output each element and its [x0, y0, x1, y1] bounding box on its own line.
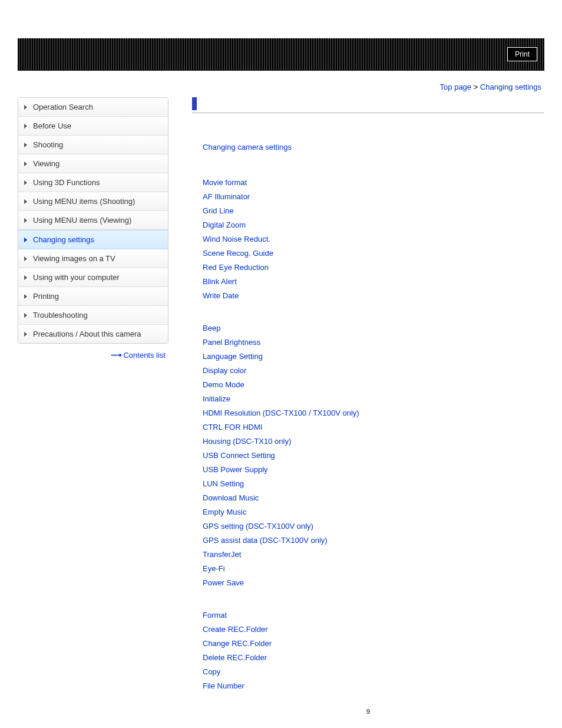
sidebar-item-label: Using MENU items (Shooting): [33, 197, 135, 206]
chevron-right-icon: [24, 294, 27, 299]
content-link[interactable]: Scene Recog. Guide: [203, 249, 544, 258]
sidebar-item-label: Viewing images on a TV: [33, 254, 115, 263]
breadcrumb-current-link[interactable]: Changing settings: [480, 83, 541, 91]
content-link[interactable]: File Number: [203, 681, 544, 690]
sidebar-item[interactable]: Changing settings: [18, 230, 168, 249]
content-link[interactable]: Housing (DSC-TX10 only): [203, 437, 544, 446]
page-title-row: [192, 97, 544, 113]
content-link[interactable]: Power Save: [203, 578, 544, 587]
sidebar-item-label: Using 3D Functions: [33, 178, 100, 187]
sidebar-item[interactable]: Using MENU items (Shooting): [18, 192, 168, 211]
content-link[interactable]: Language Setting: [203, 352, 544, 361]
sidebar-item[interactable]: Troubleshooting: [18, 306, 168, 325]
contents-list-link[interactable]: Contents list: [123, 351, 166, 360]
content-link[interactable]: AF Illuminator: [203, 192, 544, 201]
content-link[interactable]: Delete REC.Folder: [203, 653, 544, 662]
content-link[interactable]: Demo Mode: [203, 380, 544, 389]
content-link[interactable]: Create REC.Folder: [203, 625, 544, 634]
sidebar-item[interactable]: Viewing images on a TV: [18, 249, 168, 268]
sidebar-item-label: Changing settings: [33, 235, 94, 244]
sidebar-item[interactable]: Printing: [18, 287, 168, 306]
content-link[interactable]: USB Power Supply: [203, 465, 544, 474]
chevron-right-icon: [24, 162, 27, 166]
top-banner: [0, 0, 562, 38]
content-link[interactable]: Change REC.Folder: [203, 639, 544, 648]
chevron-right-icon: [24, 256, 27, 261]
main-content: Changing camera settings Movie formatAF …: [168, 97, 544, 715]
content-link[interactable]: LUN Setting: [203, 479, 544, 488]
header-stripe: Print: [18, 38, 544, 71]
content-link[interactable]: Grid Line: [203, 206, 544, 215]
content-link[interactable]: Blink Alert: [203, 277, 544, 286]
title-marker-icon: [192, 97, 197, 110]
chevron-right-icon: [24, 180, 27, 185]
content-link[interactable]: Copy: [203, 667, 544, 676]
nav-list: Operation SearchBefore UseShootingViewin…: [18, 97, 168, 344]
content-link[interactable]: Write Date: [203, 291, 544, 300]
content-link[interactable]: Digital Zoom: [203, 220, 544, 229]
sidebar-item[interactable]: Viewing: [18, 154, 168, 173]
sidebar-item-label: Troubleshooting: [33, 311, 88, 319]
content-link[interactable]: GPS setting (DSC-TX100V only): [203, 522, 544, 531]
sidebar-item[interactable]: Shooting: [18, 136, 168, 154]
sidebar-item-label: Before Use: [33, 121, 71, 130]
content-link[interactable]: Initialize: [203, 394, 544, 403]
sidebar-item-label: Using with your computer: [33, 273, 120, 282]
chevron-right-icon: [24, 275, 27, 280]
chevron-right-icon: [24, 218, 27, 223]
content-link[interactable]: CTRL FOR HDMI: [203, 423, 544, 431]
sidebar-item[interactable]: Using MENU items (Viewing): [18, 211, 168, 230]
link-group-2: BeepPanel BrightnessLanguage SettingDisp…: [203, 324, 544, 587]
arrow-right-icon: ⟶: [111, 351, 121, 360]
content-link[interactable]: Panel Brightness: [203, 338, 544, 347]
sidebar-item[interactable]: Using with your computer: [18, 268, 168, 287]
sidebar-item-label: Precautions / About this camera: [33, 330, 141, 338]
content-link[interactable]: GPS assist data (DSC-TX100V only): [203, 536, 544, 545]
sidebar-item[interactable]: Using 3D Functions: [18, 173, 168, 192]
content-link[interactable]: TransferJet: [203, 550, 544, 559]
breadcrumb-top-link[interactable]: Top page: [440, 83, 472, 91]
section-heading-link[interactable]: Changing camera settings: [203, 143, 544, 151]
content-link[interactable]: Download Music: [203, 493, 544, 502]
chevron-right-icon: [24, 105, 27, 110]
content-link[interactable]: Empty Music: [203, 508, 544, 516]
link-group-1: Movie formatAF IlluminatorGrid LineDigit…: [203, 178, 544, 300]
contents-list-row: ⟶Contents list: [18, 344, 168, 360]
content-link[interactable]: Format: [203, 611, 544, 620]
content-link[interactable]: Wind Noise Reduct.: [203, 235, 544, 243]
sidebar-item-label: Printing: [33, 292, 59, 301]
content-link[interactable]: USB Connect Setting: [203, 451, 544, 460]
sidebar-item[interactable]: Operation Search: [18, 98, 168, 117]
breadcrumb: Top page > Changing settings: [0, 71, 562, 97]
sidebar-item-label: Viewing: [33, 159, 59, 168]
content-link[interactable]: Display color: [203, 366, 544, 375]
content-link[interactable]: Beep: [203, 324, 544, 332]
content-link[interactable]: Movie format: [203, 178, 544, 187]
content-link[interactable]: Red Eye Reduction: [203, 263, 544, 272]
breadcrumb-sep: >: [474, 83, 478, 91]
print-button[interactable]: Print: [507, 47, 537, 61]
content-link[interactable]: HDMI Resolution (DSC-TX100 / TX100V only…: [203, 409, 544, 417]
chevron-right-icon: [24, 238, 27, 242]
sidebar-item-label: Shooting: [33, 140, 63, 149]
sidebar-item-label: Using MENU items (Viewing): [33, 216, 131, 225]
page-number: 9: [192, 708, 544, 715]
content-link[interactable]: Eye-Fi: [203, 564, 544, 573]
chevron-right-icon: [24, 313, 27, 318]
chevron-right-icon: [24, 124, 27, 129]
link-group-3: FormatCreate REC.FolderChange REC.Folder…: [203, 611, 544, 690]
sidebar: Operation SearchBefore UseShootingViewin…: [18, 97, 168, 715]
chevron-right-icon: [24, 199, 27, 204]
sidebar-item[interactable]: Precautions / About this camera: [18, 325, 168, 343]
chevron-right-icon: [24, 143, 27, 147]
sidebar-item-label: Operation Search: [33, 103, 93, 111]
chevron-right-icon: [24, 332, 27, 337]
sidebar-item[interactable]: Before Use: [18, 117, 168, 136]
